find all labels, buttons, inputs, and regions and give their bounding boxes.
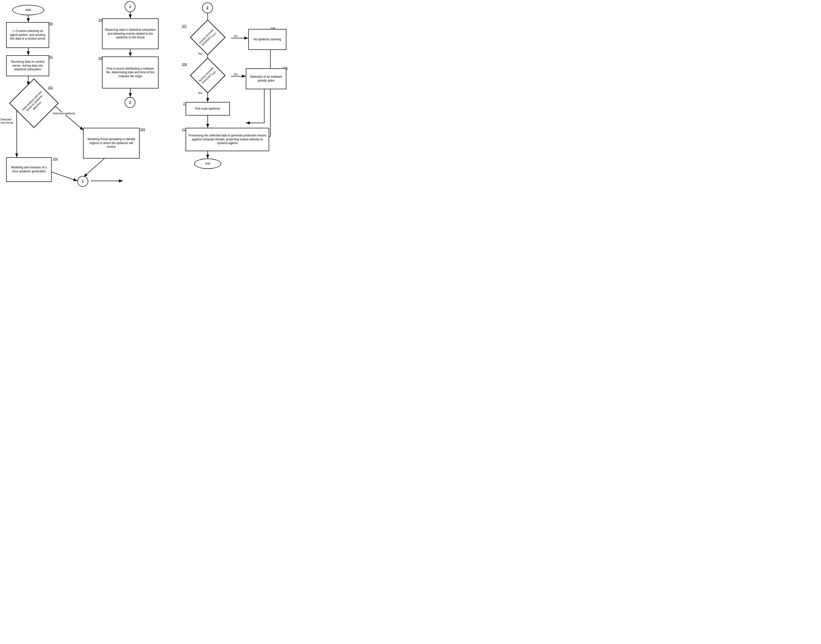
box-200-label: I / O event collecting on agent-system, …	[9, 29, 47, 41]
diamond-209: Activity exceeds threshold Lhigh	[192, 63, 223, 89]
connector-2a: 2	[125, 97, 135, 108]
box-212: Processing the collected data to generat…	[185, 128, 269, 151]
box-206-label: Find a source distributing a malware fil…	[104, 67, 156, 78]
svg-line-5	[52, 103, 84, 130]
box-203: Modeling threat spreading to identify re…	[83, 128, 139, 158]
box-210-label: Detection of an malware activity spike	[248, 75, 284, 83]
ref-209: 209	[182, 63, 187, 66]
end-shape: end	[194, 158, 221, 169]
diamond-209-label: Activity exceeds threshold Lhigh	[196, 64, 219, 87]
diamond-207-label: Activity exceeds threshold Lburst	[196, 26, 219, 49]
svg-line-8	[52, 172, 77, 181]
box-201: Receiving data on central server, storin…	[6, 55, 49, 76]
start-label: start	[25, 8, 31, 12]
box-211: Full-scale epidemic	[185, 102, 230, 115]
ref-204: 204	[53, 157, 58, 161]
box-203-label: Modeling threat spreading to identify re…	[86, 137, 137, 149]
detected-epidemic-label: Detected epidemic	[53, 112, 75, 115]
diamond-202: Data analyze and new threat or epidemic …	[13, 85, 56, 121]
yes-207-label: Yes	[198, 52, 202, 55]
box-204-label: Modeling and scenario of a virus epidemi…	[9, 166, 49, 173]
yes-209-label: Yes	[198, 92, 202, 94]
box-205-label: Observing data in statistical subsystem …	[104, 28, 156, 40]
box-201-label: Receiving data on central server, storin…	[9, 60, 47, 72]
box-208-label: No epidemic warning	[253, 38, 281, 41]
box-208: No epidemic warning	[248, 29, 286, 50]
svg-line-6	[84, 157, 106, 177]
ref-203: 203	[140, 128, 145, 131]
flowchart: start 200 I / O event collecting on agen…	[0, 0, 295, 231]
diamond-207: Activity exceeds threshold Lburst	[192, 25, 223, 51]
box-205: Observing data in statistical subsystem …	[102, 18, 159, 49]
no-209-label: No	[234, 72, 237, 75]
start-shape: start	[12, 5, 44, 15]
ref-207: 207	[182, 25, 187, 28]
end-label: end	[205, 162, 210, 166]
box-210: Detection of an malware activity spike	[246, 68, 286, 89]
box-212-label: Processing the collected data to generat…	[188, 134, 267, 145]
connector-2b: 2	[202, 3, 213, 13]
detected-new-threat-label: Detected new threat	[0, 118, 17, 124]
box-211-label: Full-scale epidemic	[195, 107, 221, 111]
diamond-202-label: Data analyze and new threat or epidemic …	[20, 88, 49, 118]
box-200: I / O event collecting on agent-system, …	[6, 22, 49, 48]
no-207-label: No	[234, 34, 237, 37]
connector-1b: 1	[77, 176, 88, 187]
box-204: Modeling and scenario of a virus epidemi…	[6, 157, 52, 182]
box-206: Find a source distributing a malware fil…	[102, 57, 159, 89]
connector-1a: 1	[125, 1, 135, 12]
